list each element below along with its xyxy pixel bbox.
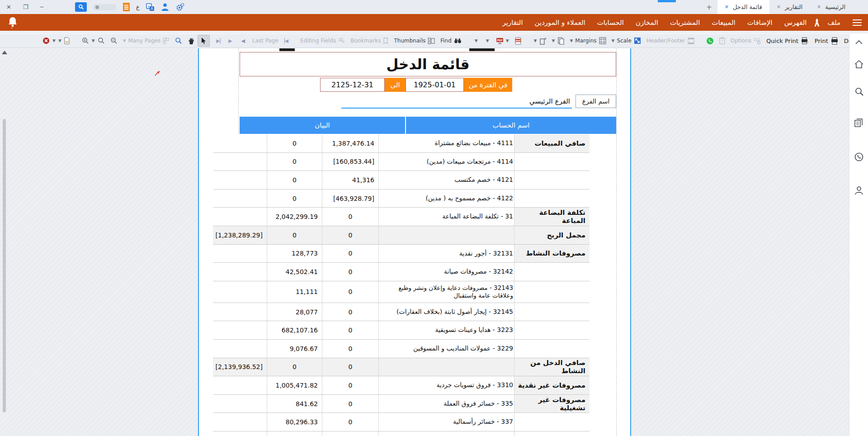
hand-tool-icon bbox=[188, 37, 195, 45]
amount-value: 0 bbox=[322, 418, 378, 426]
value-2-cell: 2,836.85 bbox=[267, 431, 322, 436]
tab-1[interactable]: التقارير✕ bbox=[769, 0, 810, 14]
open-document-button[interactable]: ▼ bbox=[56, 35, 73, 46]
whatsapp-button[interactable] bbox=[703, 35, 717, 46]
hand-tool-button[interactable] bbox=[185, 35, 198, 46]
menu-item-6[interactable]: الحسابات bbox=[591, 19, 630, 27]
tab-close-icon[interactable]: ✕ bbox=[817, 4, 821, 10]
total-cell bbox=[213, 208, 267, 226]
find-button[interactable]: Find bbox=[438, 35, 464, 46]
tab-0[interactable]: الرئيسية✕ bbox=[810, 0, 853, 14]
search-button[interactable] bbox=[75, 2, 87, 12]
toggle-switch[interactable] bbox=[93, 4, 117, 10]
thumbnails-button[interactable]: Thumbnails bbox=[391, 35, 438, 46]
table-row: تكلفة البضاعة المباعة31 - تكلفة البضاعة … bbox=[213, 208, 590, 226]
zoom-out-button[interactable] bbox=[108, 35, 120, 46]
menu-item-2[interactable]: الإضافات bbox=[741, 19, 778, 27]
period-from-value[interactable]: 1925-01-01 bbox=[406, 78, 464, 92]
print-button[interactable]: Print bbox=[812, 35, 841, 46]
notifications-bell[interactable] bbox=[6, 16, 19, 31]
zoom-dropdown[interactable]: ▼ bbox=[92, 38, 95, 43]
amount-value: 1,387,476.14 bbox=[322, 140, 378, 147]
menu-item-4[interactable]: المشتريات bbox=[664, 19, 706, 27]
save-pdf-button[interactable]: PDF bbox=[512, 35, 525, 46]
new-tab-button[interactable]: + bbox=[701, 0, 717, 14]
last-page-button[interactable]: Last Page▕◀ bbox=[250, 35, 291, 46]
tab-close-icon[interactable]: ✕ bbox=[725, 4, 729, 10]
margins-button[interactable]: ▼Margins bbox=[567, 35, 609, 46]
stop-button[interactable] bbox=[40, 35, 52, 46]
person-icon[interactable] bbox=[161, 3, 169, 11]
nav-prev-icon[interactable]: ◀ bbox=[241, 38, 245, 44]
menu-item-3[interactable]: المبيعات bbox=[706, 19, 741, 27]
account-name-cell: 32142 - مصروفات صيانة bbox=[378, 263, 514, 281]
branch-name-value[interactable]: الفرع الرئيسي bbox=[529, 95, 570, 107]
export-pdf-button[interactable]: PDF ▼ bbox=[493, 35, 512, 46]
report-title: قائمة الدخل bbox=[386, 56, 469, 72]
pointer-tool-button[interactable] bbox=[198, 35, 210, 47]
value-1-cell: 0 bbox=[322, 281, 378, 303]
total-cell bbox=[213, 321, 267, 339]
amount-value: 11,111 bbox=[267, 288, 322, 295]
table-row: صافي الدخل من النشاط00[2,139,936.52] bbox=[213, 358, 590, 377]
gear-icon[interactable] bbox=[175, 3, 185, 12]
account-name-cell bbox=[378, 226, 514, 244]
total-cell bbox=[213, 281, 267, 303]
nav-last-icon[interactable]: ▶▏ bbox=[216, 38, 224, 44]
sidebar-home-button[interactable] bbox=[849, 60, 868, 69]
value-2-cell: 0 bbox=[267, 153, 322, 171]
options-button[interactable]: Options bbox=[728, 35, 764, 46]
magnifier-button[interactable] bbox=[95, 35, 108, 46]
many-pages-button[interactable]: ▼ Many Pages bbox=[120, 35, 172, 46]
table-header-account: اسم الحساب bbox=[406, 117, 616, 134]
orientation-button[interactable]: ▼ bbox=[531, 35, 549, 46]
hamburger-menu-icon[interactable] bbox=[853, 19, 862, 26]
bookmarks-button[interactable]: Bookmarks bbox=[348, 35, 391, 46]
quick-print-button[interactable]: Quick Print bbox=[764, 35, 812, 46]
menu-item-1[interactable]: الفهرس bbox=[778, 19, 813, 27]
magnifier-icon bbox=[98, 37, 105, 44]
window-close-button[interactable]: ✕ bbox=[6, 4, 11, 10]
stop-dropdown[interactable]: ▼ bbox=[52, 38, 56, 43]
collapse-toolbar-button[interactable] bbox=[849, 40, 868, 44]
sidebar-profile-button[interactable] bbox=[849, 185, 868, 195]
menu-item-5[interactable]: المخازن bbox=[630, 19, 664, 27]
zoom-tool-button[interactable] bbox=[172, 35, 185, 46]
left-scrollbar[interactable] bbox=[3, 119, 6, 412]
branch-name-label[interactable]: اسم الفرع bbox=[576, 95, 616, 108]
nav-next-icon[interactable]: ▶ bbox=[228, 38, 232, 44]
zoom-out-icon bbox=[110, 37, 118, 44]
sidebar-search-button[interactable] bbox=[849, 87, 868, 96]
account-name-cell: 32143 - مصروفات دعاية وإعلان ونشر وطبع و… bbox=[378, 281, 514, 303]
printer-icon bbox=[830, 37, 839, 45]
account-name-cell: 4114 - مرتجعات مبيعات (مدين) bbox=[378, 153, 514, 171]
tab-2[interactable]: قائمة الدخل✕ bbox=[717, 0, 769, 14]
list-icon[interactable] bbox=[123, 3, 130, 11]
menu-item-8[interactable]: التقارير bbox=[496, 19, 528, 27]
menu-item-7[interactable]: العملاء و الموردين bbox=[529, 19, 591, 27]
tab-close-icon[interactable]: ✕ bbox=[777, 4, 781, 10]
editing-fields-button[interactable]: Editing Fields bbox=[297, 35, 348, 46]
value-2-cell: 28,077 bbox=[267, 303, 322, 321]
translate-icon[interactable]: عA bbox=[146, 3, 155, 11]
zoom-in-button[interactable] bbox=[79, 35, 92, 46]
amount-value: 0 bbox=[322, 288, 378, 295]
scale-button[interactable]: ▼Scale bbox=[609, 35, 644, 46]
value-1-cell: 0 bbox=[322, 321, 378, 339]
export-dropdown-2[interactable]: ▼ bbox=[486, 38, 489, 43]
header-footer-button[interactable]: Header/Footer bbox=[644, 35, 697, 46]
export-dropdown-1[interactable]: ▼ bbox=[475, 38, 478, 43]
period-to-value[interactable]: 2125-12-31 bbox=[320, 78, 385, 92]
scroll-up-arrow[interactable] bbox=[2, 51, 7, 54]
sidebar-whatsapp-button[interactable] bbox=[849, 152, 868, 162]
amount-value: [1,238,289.29] bbox=[213, 232, 267, 239]
clipboard-button[interactable]: ? bbox=[717, 35, 728, 46]
window-restore-button[interactable]: ❐ bbox=[23, 4, 28, 10]
window-minimize-button[interactable]: ─ bbox=[40, 4, 44, 10]
value-2-cell: 9,076.67 bbox=[267, 340, 322, 358]
table-row: 4114 - مرتجعات مبيعات (مدين)[160,853.44]… bbox=[213, 153, 590, 171]
value-1-cell: 0 bbox=[322, 376, 378, 394]
menu-item-0[interactable]: ملف bbox=[821, 19, 846, 27]
sidebar-reports-button[interactable] bbox=[849, 118, 868, 128]
paper-size-button[interactable]: ▼ bbox=[549, 35, 567, 46]
